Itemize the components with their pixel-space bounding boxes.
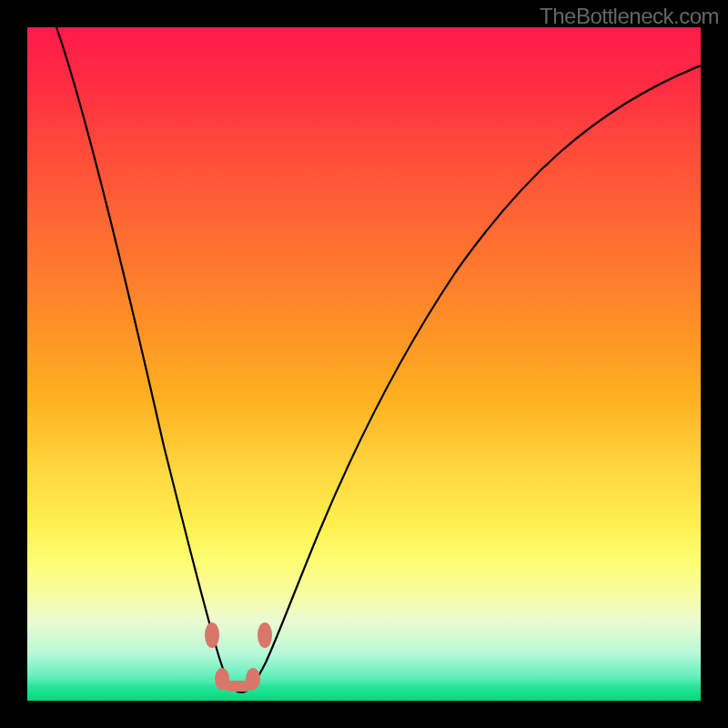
curve-marker-band [224,681,251,692]
chart-plot-area [27,27,701,701]
attribution-text: TheBottleneck.com [540,4,719,29]
curve-marker [258,622,272,648]
bottleneck-curve [56,27,701,693]
curve-marker [205,622,219,648]
chart-svg [27,27,701,701]
